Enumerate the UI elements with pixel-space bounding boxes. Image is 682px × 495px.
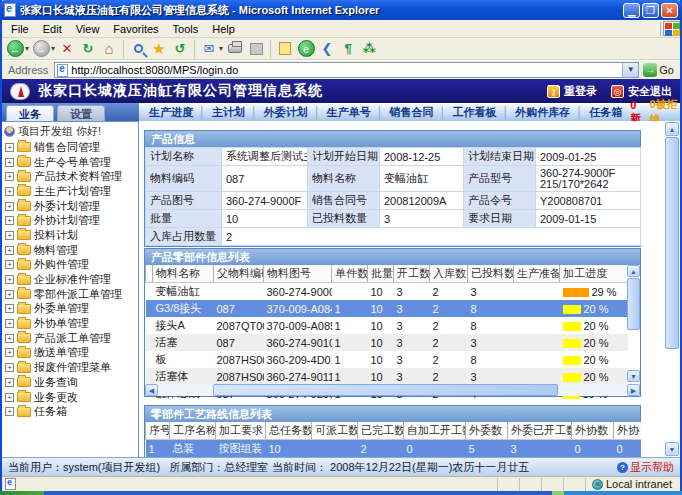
- address-dropdown[interactable]: ▼: [622, 63, 638, 77]
- address-input[interactable]: http://localhost:8080/MPS/login.do ▼: [54, 62, 639, 78]
- scroll-down-icon[interactable]: ▼: [627, 370, 640, 382]
- expand-icon[interactable]: +: [5, 216, 14, 225]
- tab-settings[interactable]: 设置: [57, 105, 105, 121]
- tree-item-10[interactable]: +零部件派工单管理: [2, 287, 138, 302]
- close-button[interactable]: ✕: [661, 3, 678, 18]
- scroll-up-icon[interactable]: ▲: [627, 265, 640, 277]
- favorites-icon[interactable]: ★: [150, 40, 168, 58]
- expand-icon[interactable]: +: [5, 158, 14, 167]
- notes-icon[interactable]: [276, 40, 294, 58]
- tree-item-17[interactable]: +业务更改: [2, 390, 138, 405]
- edit-icon[interactable]: [247, 40, 265, 58]
- nav-item-7[interactable]: 任务箱: [589, 105, 622, 120]
- back-icon[interactable]: ←: [6, 40, 24, 58]
- parts-row-1[interactable]: G3/8接头087370-009-A084011032820 %: [146, 300, 628, 317]
- expand-icon[interactable]: +: [5, 143, 14, 152]
- tree-item-9[interactable]: +企业标准件管理: [2, 272, 138, 287]
- tree-item-0[interactable]: +销售合同管理: [2, 140, 138, 155]
- scroll-left-icon[interactable]: ◀: [145, 384, 158, 396]
- media-icon[interactable]: ❮: [318, 40, 336, 58]
- parts-horizontal-scrollbar[interactable]: ◀ ▶: [145, 384, 640, 396]
- tree-item-1[interactable]: +生产令号单管理: [2, 155, 138, 170]
- expand-icon[interactable]: +: [5, 334, 14, 343]
- menu-favorites[interactable]: Favorites: [106, 23, 165, 35]
- expand-icon[interactable]: +: [5, 348, 14, 357]
- tab-business[interactable]: 业务: [6, 105, 54, 121]
- tree-item-15[interactable]: +报废件管理菜单: [2, 360, 138, 375]
- dropdown-arrow-icon[interactable]: ▾: [51, 44, 55, 53]
- scroll-thumb[interactable]: [213, 384, 558, 396]
- parts-vertical-scrollbar[interactable]: ▲ ▼: [627, 265, 640, 382]
- process-row-0[interactable]: 1总装按图组装10205300: [146, 440, 641, 458]
- start-button[interactable]: [0, 491, 44, 495]
- menu-view[interactable]: View: [69, 23, 107, 35]
- search-icon[interactable]: [129, 40, 147, 58]
- tree-item-3[interactable]: +主生产计划管理: [2, 184, 138, 199]
- menu-edit[interactable]: Edit: [36, 23, 69, 35]
- parts-row-4[interactable]: 板2087HS002360-209-4D01011032820 %: [146, 351, 628, 368]
- expand-icon[interactable]: +: [5, 172, 14, 181]
- tree-item-16[interactable]: +业务查询: [2, 375, 138, 390]
- print-icon[interactable]: [226, 40, 244, 58]
- expand-icon[interactable]: +: [5, 260, 14, 269]
- expand-icon[interactable]: +: [5, 304, 14, 313]
- nav-item-2[interactable]: 外委计划: [264, 105, 308, 120]
- stop-icon[interactable]: ✕: [58, 40, 76, 58]
- forward-icon[interactable]: →: [32, 40, 50, 58]
- menu-file[interactable]: File: [4, 23, 36, 35]
- home-icon[interactable]: ⌂: [100, 40, 118, 58]
- history-icon[interactable]: ↺: [171, 40, 189, 58]
- maximize-button[interactable]: ❐: [642, 3, 659, 18]
- messenger-icon[interactable]: e: [297, 40, 315, 58]
- expand-icon[interactable]: +: [5, 393, 14, 402]
- mail-icon[interactable]: ✉: [200, 40, 218, 58]
- tree-item-8[interactable]: +外购件管理: [2, 258, 138, 273]
- scroll-right-icon[interactable]: ▶: [627, 384, 640, 396]
- scroll-thumb[interactable]: [627, 278, 640, 330]
- expand-icon[interactable]: +: [5, 378, 14, 387]
- expand-icon[interactable]: +: [5, 363, 14, 372]
- scroll-up-icon[interactable]: ▲: [665, 122, 679, 136]
- tree-item-2[interactable]: +产品技术资料管理: [2, 169, 138, 184]
- page-vertical-scrollbar[interactable]: ▲ ▼: [665, 122, 679, 456]
- dropdown-arrow-icon[interactable]: ▾: [25, 44, 29, 53]
- parts-row-2[interactable]: 接头A2087QT002370-009-A085011032820 %: [146, 317, 628, 334]
- expand-icon[interactable]: +: [5, 246, 14, 255]
- tree-item-13[interactable]: +产品派工单管理: [2, 331, 138, 346]
- expand-icon[interactable]: +: [5, 231, 14, 240]
- tree-item-14[interactable]: +缴送单管理: [2, 346, 138, 361]
- tree-item-12[interactable]: +外协单管理: [2, 316, 138, 331]
- expand-icon[interactable]: +: [5, 407, 14, 416]
- scroll-thumb[interactable]: [665, 137, 679, 349]
- show-help-link[interactable]: ? 显示帮助: [617, 460, 674, 475]
- menu-help[interactable]: Help: [205, 23, 242, 35]
- expand-icon[interactable]: +: [5, 290, 14, 299]
- expand-icon[interactable]: +: [5, 202, 14, 211]
- parts-row-0[interactable]: 变幅油缸360-274-9000F1032329 %: [146, 283, 628, 301]
- tree-item-7[interactable]: +物料管理: [2, 243, 138, 258]
- refresh-icon[interactable]: ↻: [79, 40, 97, 58]
- tree-item-4[interactable]: +外委计划管理: [2, 199, 138, 214]
- nav-item-0[interactable]: 生产进度: [149, 105, 193, 120]
- expand-icon[interactable]: +: [5, 275, 14, 284]
- parts-row-3[interactable]: 活塞087360-274-9010F11032320 %: [146, 334, 628, 351]
- expand-icon[interactable]: +: [5, 187, 14, 196]
- nav-item-5[interactable]: 工作看板: [452, 105, 496, 120]
- discuss-icon[interactable]: ⁂: [360, 40, 378, 58]
- menu-tools[interactable]: Tools: [166, 23, 206, 35]
- minimize-button[interactable]: ▁: [623, 3, 640, 18]
- relogin-button[interactable]: ⚷ 重登录: [547, 84, 597, 99]
- nav-item-3[interactable]: 生产单号: [327, 105, 371, 120]
- tree-item-18[interactable]: +任务箱: [2, 404, 138, 419]
- research-icon[interactable]: ¶: [339, 40, 357, 58]
- tree-item-5[interactable]: +外协计划管理: [2, 213, 138, 228]
- tree-item-6[interactable]: +投料计划: [2, 228, 138, 243]
- parts-row-5[interactable]: 活塞体2087HS002360-274-9011W11032320 %: [146, 368, 628, 385]
- nav-item-4[interactable]: 销售合同: [390, 105, 434, 120]
- go-button[interactable]: → Go: [639, 63, 678, 77]
- tree-item-11[interactable]: +外委单管理: [2, 302, 138, 317]
- nav-item-1[interactable]: 主计划: [212, 105, 245, 120]
- scroll-down-icon[interactable]: ▼: [665, 442, 679, 456]
- expand-icon[interactable]: +: [5, 319, 14, 328]
- nav-item-6[interactable]: 外购件库存: [515, 105, 570, 120]
